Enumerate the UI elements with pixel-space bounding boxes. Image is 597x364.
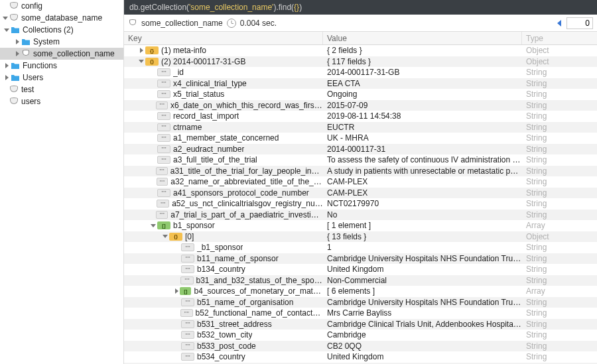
string-type-icon: "" [181,255,194,263]
field-key: b134_country [197,265,245,274]
field-type: String [522,341,597,351]
field-key: b11_name_of_sponsor [197,254,279,263]
tree-node-config[interactable]: config [0,0,123,12]
field-type: String [522,298,597,307]
object-type-icon: {} [169,233,182,241]
tree-node-users[interactable]: Users [0,72,123,84]
tree-node-label: Functions [23,61,57,70]
result-row[interactable]: ""x5_trial_statusOngoingString [124,89,597,100]
query-collection-arg: 'some_collection_name' [189,3,273,12]
twisty-icon[interactable] [3,29,11,32]
result-row[interactable]: ""a7_trial_is_part_of_a_paediatric_inves… [124,210,597,221]
field-type: String [522,210,597,219]
field-type: String [522,68,597,77]
tree-node-collections-2-[interactable]: Collections (2) [0,24,123,36]
result-row[interactable]: ""b532_town_cityCambridgeString [124,330,597,341]
result-row[interactable]: ""record_last_import2019-08-11 14:54:38S… [124,111,597,122]
field-value: CB2 0QQ [323,341,522,351]
string-type-icon: "" [180,309,193,317]
result-row[interactable]: ""a2_eudract_number2014-000117-31String [124,144,597,155]
twisty-icon[interactable] [3,75,11,80]
result-row[interactable]: ""_b1_sponsor1String [124,242,597,253]
result-row[interactable]: ""b51_name_of_organisationCambridge Univ… [124,297,597,308]
tree-node-users[interactable]: users [0,95,123,107]
field-key: a31_title_of_the_trial_for_lay_people_in… [170,166,323,176]
result-row[interactable]: ""x6_date_on_which_this_record_was_first… [124,100,597,111]
twisty-icon[interactable] [3,63,11,68]
result-row[interactable]: ""x4_clinical_trial_typeEEA CTAString [124,78,597,90]
result-row[interactable]: ""a1_member_state_concernedUK - MHRAStri… [124,133,597,144]
tree-node-functions[interactable]: Functions [0,60,123,72]
field-type: String [522,308,597,318]
row-twisty[interactable] [137,60,145,63]
row-twisty[interactable] [149,224,157,227]
result-row[interactable]: ""b11_name_of_sponsorCambridge Universit… [124,253,597,265]
tree-node-some-collection-name[interactable]: some_collection_name [0,48,123,60]
field-value: Non-Commercial [323,276,522,285]
query-time: 0.004 sec. [240,19,277,28]
string-type-icon: "" [181,353,194,361]
result-row[interactable]: ""b134_countryUnited KingdomString [124,264,597,275]
result-row[interactable]: ""a32_name_or_abbreviated_title_of_the_t… [124,176,597,188]
col-header-key[interactable]: Key [124,32,323,44]
field-key: b1_sponsor [173,221,215,230]
field-value: 2015-07-09 [323,101,522,110]
field-type: Object [522,46,597,55]
field-key: b31_and_b32_status_of_the_sponsor [196,276,323,285]
result-row[interactable]: ""a3_full_title_of_the_trialTo assess th… [124,154,597,166]
field-value: Cambridge Clinical Trials Unit, Addenboo… [323,320,522,329]
field-value: Cambridge University Hospitals NHS Found… [323,298,522,307]
col-header-type[interactable]: Type [522,32,597,44]
result-row[interactable]: ""a31_title_of_the_trial_for_lay_people_… [124,166,597,177]
result-row[interactable]: ""b531_street_addressCambridge Clinical … [124,319,597,330]
twisty-icon[interactable] [13,51,21,56]
result-row[interactable]: []b4_sources_of_monetary_or_material_s…[… [124,286,597,297]
result-row[interactable]: ""ctrnameEUCTRString [124,122,597,133]
string-type-icon: "" [181,243,194,251]
tree-node-system[interactable]: System [0,36,123,48]
results-header: Key Value Type [124,32,597,45]
field-value: { 13 fields } [323,232,522,241]
result-row[interactable]: ""b31_and_b32_status_of_the_sponsorNon-C… [124,275,597,286]
field-key: b534_country [197,352,245,361]
field-key: a7_trial_is_part_of_a_paediatric_investi… [170,210,323,219]
col-header-value[interactable]: Value [323,32,522,44]
field-value: Cambridge [323,330,522,339]
row-twisty[interactable] [161,235,169,238]
field-type: String [522,166,597,176]
page-number-input[interactable] [566,17,593,29]
result-row[interactable]: {}(2) 2014-000117-31-GB{ 117 fields }Obj… [124,56,597,68]
tree-node-label: users [21,97,40,106]
row-twisty[interactable] [173,288,180,294]
string-type-icon: "" [157,156,170,164]
string-type-icon: "" [157,123,170,131]
collection-icon [128,19,137,28]
prev-page-button[interactable] [557,20,561,27]
result-row[interactable]: ""b52_functional_name_of_contact_pointMr… [124,308,597,319]
field-key: x6_date_on_which_this_record_was_first_e… [170,101,323,110]
result-row[interactable]: {}[0]{ 13 fields }Object [124,231,597,243]
tree-node-some-database-name[interactable]: some_database_name [0,12,123,24]
result-row[interactable]: ""_id2014-000117-31-GBString [124,67,597,78]
field-type: String [522,352,597,361]
query-bar[interactable]: db.getCollection('some_collection_name')… [124,0,597,15]
result-row[interactable]: {}(1) meta-info{ 2 fields }Object [124,45,597,56]
field-key: a32_name_or_abbreviated_title_of_the_tri… [170,177,323,186]
row-twisty[interactable] [137,48,145,53]
result-row[interactable]: ""a52_us_nct_clinicaltrialsgov_registry_… [124,198,597,210]
result-row[interactable]: ""b533_post_codeCB2 0QQString [124,341,597,352]
string-type-icon: "" [181,331,194,339]
twisty-icon[interactable] [1,17,9,20]
result-row[interactable]: ""b534_countryUnited KingdomString [124,351,597,363]
field-value: Cambridge University Hospitals NHS Found… [323,254,522,263]
field-value: United Kingdom [323,265,522,274]
field-value: { 2 fields } [323,46,522,55]
result-row[interactable]: ""a41_sponsors_protocol_code_numberCAM-P… [124,188,597,199]
twisty-icon[interactable] [13,39,21,44]
field-key: (2) 2014-000117-31-GB [161,57,245,66]
tree-node-label: config [21,1,42,11]
result-row[interactable]: []b1_sponsor[ 1 element ]Array [124,220,597,231]
tree-node-test[interactable]: test [0,84,123,95]
tab-label[interactable]: some_collection_name [141,19,223,28]
field-value: No [323,210,522,219]
